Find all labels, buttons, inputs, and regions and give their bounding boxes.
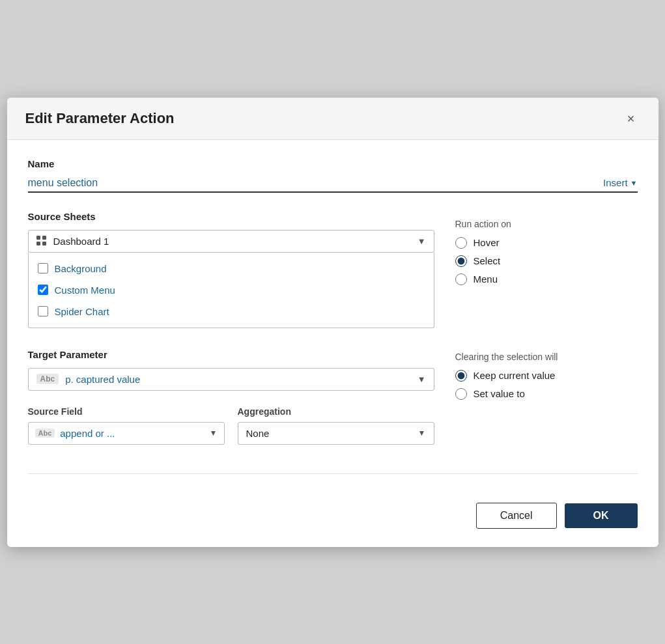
radio-select[interactable]: Select	[455, 255, 638, 267]
target-param-value: p. captured value	[65, 374, 417, 385]
source-field-arrow-icon: ▼	[210, 428, 218, 438]
source-field-dropdown[interactable]: Abc append or ... ▼	[28, 422, 225, 445]
custommenu-checkbox[interactable]	[38, 285, 48, 295]
background-checkbox[interactable]	[38, 263, 48, 273]
hover-radio[interactable]	[455, 237, 467, 249]
target-param-dropdown[interactable]: Abc p. captured value ▼	[28, 368, 434, 391]
name-label: Name	[28, 158, 638, 169]
target-abc-tag: Abc	[36, 374, 59, 384]
clearing-section: Clearing the selection will Keep current…	[455, 349, 638, 400]
dashboard-arrow-icon: ▼	[417, 236, 426, 246]
radio-set-value[interactable]: Set value to	[455, 388, 638, 400]
aggregation-value: None	[246, 428, 413, 439]
radio-hover[interactable]: Hover	[455, 237, 638, 249]
dialog-header: Edit Parameter Action ×	[7, 98, 658, 140]
source-run-row: Source Sheets Dashboard 1 ▼ Background	[28, 211, 638, 349]
dashboard-dropdown[interactable]: Dashboard 1 ▼	[28, 230, 434, 253]
clearing-label: Clearing the selection will	[455, 352, 638, 362]
menu-radio[interactable]	[455, 273, 467, 285]
target-param-label: Target Parameter	[28, 349, 434, 360]
aggregation-label: Aggregation	[238, 406, 434, 417]
ok-button[interactable]: OK	[565, 503, 638, 528]
check-item-spiderchart[interactable]: Spider Chart	[29, 301, 434, 322]
source-field-agg-row: Source Field Abc append or ... ▼ Aggrega…	[28, 406, 434, 445]
dialog-footer: Cancel OK	[7, 503, 658, 547]
select-radio[interactable]	[455, 255, 467, 267]
radio-menu[interactable]: Menu	[455, 273, 638, 285]
edit-parameter-action-dialog: Edit Parameter Action × Name Insert ▼ So…	[7, 98, 658, 547]
run-action-label: Run action on	[455, 219, 638, 229]
aggregation-dropdown[interactable]: None ▼	[238, 422, 434, 445]
target-param-col: Target Parameter Abc p. captured value ▼…	[28, 349, 434, 460]
radio-keep-value[interactable]: Keep current value	[455, 370, 638, 382]
insert-label: Insert	[603, 177, 628, 188]
set-value-radio[interactable]	[455, 388, 467, 400]
checklist-box: Background Custom Menu Spider Chart	[28, 253, 434, 328]
target-param-arrow-icon: ▼	[417, 374, 426, 384]
clearing-col: Clearing the selection will Keep current…	[455, 349, 638, 406]
aggregation-subsection: Aggregation None ▼	[238, 406, 434, 445]
run-action-section: Run action on Hover Select Menu	[455, 216, 638, 285]
source-sheets-col: Source Sheets Dashboard 1 ▼ Background	[28, 211, 434, 349]
dialog-body: Name Insert ▼ Source Sheets	[7, 140, 658, 503]
source-field-label: Source Field	[28, 406, 225, 417]
set-value-label: Set value to	[474, 388, 525, 399]
run-action-col: Run action on Hover Select Menu	[455, 211, 638, 292]
select-label: Select	[474, 255, 501, 266]
insert-button[interactable]: Insert ▼	[603, 177, 637, 188]
source-field-value: append or ...	[60, 428, 204, 439]
keep-value-radio[interactable]	[455, 370, 467, 382]
name-row: Insert ▼	[28, 177, 638, 193]
dashboard-label: Dashboard 1	[53, 236, 417, 247]
source-sheets-section: Source Sheets Dashboard 1 ▼ Background	[28, 211, 434, 328]
source-field-subsection: Source Field Abc append or ... ▼	[28, 406, 225, 445]
keep-value-label: Keep current value	[474, 370, 556, 381]
insert-arrow-icon: ▼	[630, 179, 638, 187]
target-clearing-row: Target Parameter Abc p. captured value ▼…	[28, 349, 638, 460]
source-sheets-label: Source Sheets	[28, 211, 434, 222]
background-label: Background	[55, 263, 107, 274]
dialog-title: Edit Parameter Action	[25, 110, 175, 127]
spiderchart-label: Spider Chart	[55, 306, 109, 317]
dashboard-grid-icon	[36, 236, 47, 246]
name-section: Name Insert ▼	[28, 158, 638, 193]
target-param-section: Target Parameter Abc p. captured value ▼	[28, 349, 434, 391]
custommenu-label: Custom Menu	[55, 285, 115, 296]
aggregation-arrow-icon: ▼	[418, 428, 426, 438]
footer-divider	[28, 473, 638, 474]
cancel-button[interactable]: Cancel	[476, 503, 557, 529]
name-input[interactable]	[28, 177, 604, 189]
menu-label: Menu	[474, 273, 498, 285]
hover-label: Hover	[474, 237, 500, 248]
source-field-abc-tag: Abc	[35, 428, 55, 438]
spiderchart-checkbox[interactable]	[38, 306, 48, 316]
check-item-custommenu[interactable]: Custom Menu	[29, 279, 434, 301]
check-item-background[interactable]: Background	[29, 258, 434, 279]
close-button[interactable]: ×	[622, 109, 640, 128]
